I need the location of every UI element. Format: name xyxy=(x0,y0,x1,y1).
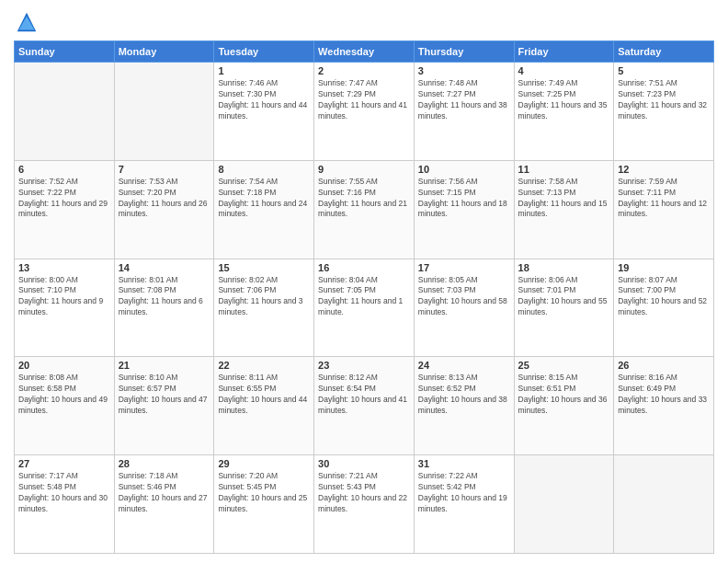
day-number: 10 xyxy=(418,164,510,175)
calendar-cell: 5Sunrise: 7:51 AMSunset: 7:23 PMDaylight… xyxy=(614,63,714,161)
weekday-header: Tuesday xyxy=(214,41,314,63)
day-number: 16 xyxy=(318,262,410,273)
day-info: Sunrise: 7:59 AMSunset: 7:11 PMDaylight:… xyxy=(618,177,710,221)
calendar-cell: 31Sunrise: 7:22 AMSunset: 5:42 PMDayligh… xyxy=(414,455,514,554)
calendar-cell: 19Sunrise: 8:07 AMSunset: 7:00 PMDayligh… xyxy=(614,259,714,357)
calendar-cell: 3Sunrise: 7:48 AMSunset: 7:27 PMDaylight… xyxy=(414,63,514,161)
day-number: 22 xyxy=(218,360,310,371)
calendar-cell: 4Sunrise: 7:49 AMSunset: 7:25 PMDaylight… xyxy=(514,63,614,161)
day-info: Sunrise: 7:46 AMSunset: 7:30 PMDaylight:… xyxy=(218,78,310,122)
day-info: Sunrise: 7:55 AMSunset: 7:16 PMDaylight:… xyxy=(318,177,410,221)
day-number: 24 xyxy=(418,360,510,371)
day-number: 3 xyxy=(418,65,510,76)
calendar-cell: 14Sunrise: 8:01 AMSunset: 7:08 PMDayligh… xyxy=(114,259,214,357)
day-info: Sunrise: 8:04 AMSunset: 7:05 PMDaylight:… xyxy=(318,275,410,319)
day-info: Sunrise: 8:07 AMSunset: 7:00 PMDaylight:… xyxy=(618,275,710,319)
day-info: Sunrise: 7:51 AMSunset: 7:23 PMDaylight:… xyxy=(618,78,710,122)
day-number: 29 xyxy=(218,458,310,469)
calendar-cell: 30Sunrise: 7:21 AMSunset: 5:43 PMDayligh… xyxy=(314,455,415,554)
calendar-cell: 6Sunrise: 7:52 AMSunset: 7:22 PMDaylight… xyxy=(15,160,115,259)
weekday-header: Wednesday xyxy=(314,41,415,63)
day-info: Sunrise: 8:05 AMSunset: 7:03 PMDaylight:… xyxy=(418,275,510,319)
calendar-cell: 13Sunrise: 8:00 AMSunset: 7:10 PMDayligh… xyxy=(15,259,115,357)
calendar-cell: 15Sunrise: 8:02 AMSunset: 7:06 PMDayligh… xyxy=(214,259,314,357)
calendar-cell: 7Sunrise: 7:53 AMSunset: 7:20 PMDaylight… xyxy=(114,160,214,259)
day-info: Sunrise: 7:47 AMSunset: 7:29 PMDaylight:… xyxy=(318,78,410,122)
day-info: Sunrise: 8:15 AMSunset: 6:51 PMDaylight:… xyxy=(518,373,610,417)
page: SundayMondayTuesdayWednesdayThursdayFrid… xyxy=(0,0,728,563)
calendar-cell xyxy=(614,455,714,554)
calendar-cell: 20Sunrise: 8:08 AMSunset: 6:58 PMDayligh… xyxy=(15,357,115,455)
calendar-cell xyxy=(15,63,115,161)
day-number: 25 xyxy=(518,360,610,371)
calendar-cell: 22Sunrise: 8:11 AMSunset: 6:55 PMDayligh… xyxy=(214,357,314,455)
calendar-cell: 29Sunrise: 7:20 AMSunset: 5:45 PMDayligh… xyxy=(214,455,314,554)
weekday-header: Thursday xyxy=(414,41,514,63)
day-number: 5 xyxy=(618,65,710,76)
day-number: 21 xyxy=(119,360,210,371)
calendar-header-row: SundayMondayTuesdayWednesdayThursdayFrid… xyxy=(15,41,714,63)
calendar-cell: 1Sunrise: 7:46 AMSunset: 7:30 PMDaylight… xyxy=(214,63,314,161)
day-number: 11 xyxy=(518,164,610,175)
logo xyxy=(14,9,43,35)
day-info: Sunrise: 8:08 AMSunset: 6:58 PMDaylight:… xyxy=(18,373,110,417)
calendar-cell xyxy=(114,63,214,161)
calendar-week-row: 1Sunrise: 7:46 AMSunset: 7:30 PMDaylight… xyxy=(15,63,714,161)
day-number: 17 xyxy=(418,262,510,273)
weekday-header: Sunday xyxy=(15,41,115,63)
calendar-cell: 28Sunrise: 7:18 AMSunset: 5:46 PMDayligh… xyxy=(114,455,214,554)
day-info: Sunrise: 8:06 AMSunset: 7:01 PMDaylight:… xyxy=(518,275,610,319)
day-number: 18 xyxy=(518,262,610,273)
day-number: 20 xyxy=(18,360,110,371)
day-info: Sunrise: 8:12 AMSunset: 6:54 PMDaylight:… xyxy=(318,373,410,417)
day-info: Sunrise: 7:53 AMSunset: 7:20 PMDaylight:… xyxy=(119,177,210,221)
day-number: 1 xyxy=(218,65,310,76)
calendar-week-row: 6Sunrise: 7:52 AMSunset: 7:22 PMDaylight… xyxy=(15,160,714,259)
day-number: 30 xyxy=(318,458,410,469)
day-info: Sunrise: 7:20 AMSunset: 5:45 PMDaylight:… xyxy=(218,471,310,515)
day-info: Sunrise: 7:22 AMSunset: 5:42 PMDaylight:… xyxy=(418,471,510,515)
day-number: 28 xyxy=(119,458,210,469)
calendar-cell: 12Sunrise: 7:59 AMSunset: 7:11 PMDayligh… xyxy=(614,160,714,259)
day-info: Sunrise: 8:13 AMSunset: 6:52 PMDaylight:… xyxy=(418,373,510,417)
calendar-cell: 16Sunrise: 8:04 AMSunset: 7:05 PMDayligh… xyxy=(314,259,415,357)
day-number: 6 xyxy=(18,164,110,175)
calendar-cell: 23Sunrise: 8:12 AMSunset: 6:54 PMDayligh… xyxy=(314,357,415,455)
calendar-week-row: 13Sunrise: 8:00 AMSunset: 7:10 PMDayligh… xyxy=(15,259,714,357)
calendar-cell: 8Sunrise: 7:54 AMSunset: 7:18 PMDaylight… xyxy=(214,160,314,259)
calendar-cell: 24Sunrise: 8:13 AMSunset: 6:52 PMDayligh… xyxy=(414,357,514,455)
calendar-cell: 27Sunrise: 7:17 AMSunset: 5:48 PMDayligh… xyxy=(15,455,115,554)
day-info: Sunrise: 7:49 AMSunset: 7:25 PMDaylight:… xyxy=(518,78,610,122)
day-number: 9 xyxy=(318,164,410,175)
day-info: Sunrise: 7:52 AMSunset: 7:22 PMDaylight:… xyxy=(18,177,110,221)
day-number: 23 xyxy=(318,360,410,371)
day-number: 15 xyxy=(218,262,310,273)
day-number: 14 xyxy=(119,262,210,273)
day-info: Sunrise: 7:54 AMSunset: 7:18 PMDaylight:… xyxy=(218,177,310,221)
day-number: 31 xyxy=(418,458,510,469)
day-info: Sunrise: 8:02 AMSunset: 7:06 PMDaylight:… xyxy=(218,275,310,319)
calendar-cell: 9Sunrise: 7:55 AMSunset: 7:16 PMDaylight… xyxy=(314,160,415,259)
day-info: Sunrise: 8:01 AMSunset: 7:08 PMDaylight:… xyxy=(119,275,210,319)
calendar-cell: 18Sunrise: 8:06 AMSunset: 7:01 PMDayligh… xyxy=(514,259,614,357)
svg-marker-1 xyxy=(19,16,35,29)
day-info: Sunrise: 7:58 AMSunset: 7:13 PMDaylight:… xyxy=(518,177,610,221)
day-info: Sunrise: 8:00 AMSunset: 7:10 PMDaylight:… xyxy=(18,275,110,319)
calendar-week-row: 20Sunrise: 8:08 AMSunset: 6:58 PMDayligh… xyxy=(15,357,714,455)
calendar-week-row: 27Sunrise: 7:17 AMSunset: 5:48 PMDayligh… xyxy=(15,455,714,554)
day-number: 7 xyxy=(119,164,210,175)
day-number: 2 xyxy=(318,65,410,76)
day-number: 8 xyxy=(218,164,310,175)
calendar-cell: 11Sunrise: 7:58 AMSunset: 7:13 PMDayligh… xyxy=(514,160,614,259)
weekday-header: Monday xyxy=(114,41,214,63)
day-info: Sunrise: 8:11 AMSunset: 6:55 PMDaylight:… xyxy=(218,373,310,417)
day-info: Sunrise: 8:10 AMSunset: 6:57 PMDaylight:… xyxy=(119,373,210,417)
calendar-cell: 17Sunrise: 8:05 AMSunset: 7:03 PMDayligh… xyxy=(414,259,514,357)
day-number: 26 xyxy=(618,360,710,371)
day-info: Sunrise: 7:56 AMSunset: 7:15 PMDaylight:… xyxy=(418,177,510,221)
calendar-cell: 10Sunrise: 7:56 AMSunset: 7:15 PMDayligh… xyxy=(414,160,514,259)
calendar-table: SundayMondayTuesdayWednesdayThursdayFrid… xyxy=(14,40,714,554)
day-info: Sunrise: 7:17 AMSunset: 5:48 PMDaylight:… xyxy=(18,471,110,515)
day-info: Sunrise: 8:16 AMSunset: 6:49 PMDaylight:… xyxy=(618,373,710,417)
calendar-cell: 25Sunrise: 8:15 AMSunset: 6:51 PMDayligh… xyxy=(514,357,614,455)
